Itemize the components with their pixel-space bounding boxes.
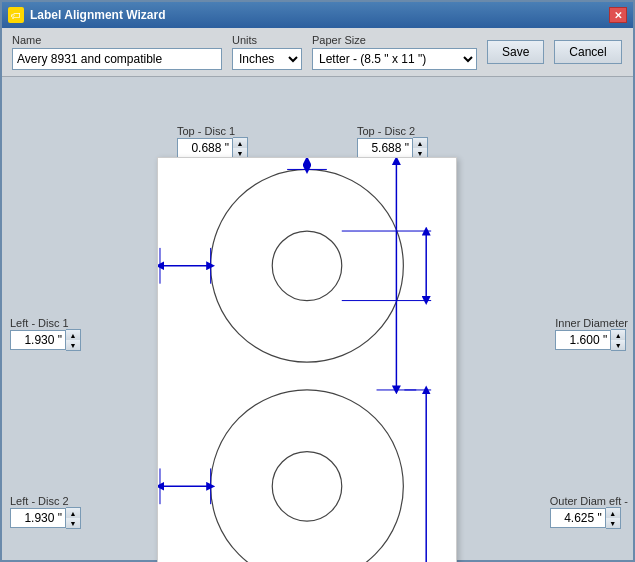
toolbar: Name Units Inches Centimeters Millimeter… xyxy=(2,28,633,77)
units-select-wrapper: Inches Centimeters Millimeters xyxy=(232,48,302,70)
outer-diameter-label: Outer Diam eft - xyxy=(550,495,628,507)
top-disc1-up[interactable]: ▲ xyxy=(233,138,247,148)
outer-diameter-field: Outer Diam eft - ▲ ▼ xyxy=(550,495,628,529)
top-disc1-label: Top - Disc 1 xyxy=(177,125,235,137)
units-field-group: Units Inches Centimeters Millimeters xyxy=(232,34,302,70)
units-label: Units xyxy=(232,34,302,46)
outer-diameter-down[interactable]: ▼ xyxy=(606,518,620,528)
top-disc2-label: Top - Disc 2 xyxy=(357,125,415,137)
top-disc2-field: Top - Disc 2 ▲ ▼ xyxy=(357,125,428,159)
paper-select-wrapper: Letter - (8.5 " x 11 ") A4 Legal xyxy=(312,48,477,70)
inner-diameter-spinners: ▲ ▼ xyxy=(611,329,626,351)
units-select[interactable]: Inches Centimeters Millimeters xyxy=(232,48,302,70)
left-disc1-input[interactable] xyxy=(10,330,66,350)
name-label: Name xyxy=(12,34,222,46)
left-disc1-spinners: ▲ ▼ xyxy=(66,329,81,351)
left-disc2-input-row: ▲ ▼ xyxy=(10,507,81,529)
left-disc2-spinners: ▲ ▼ xyxy=(66,507,81,529)
outer-diameter-input-row: ▲ ▼ xyxy=(550,507,621,529)
main-content: Top - Disc 1 ▲ ▼ Top - Disc 2 ▲ ▼ xyxy=(2,77,633,560)
paper-field-group: Paper Size Letter - (8.5 " x 11 ") A4 Le… xyxy=(312,34,477,70)
title-bar-left: 🏷 Label Alignment Wizard xyxy=(8,7,165,23)
inner-diameter-label: Inner Diameter xyxy=(555,317,628,329)
inner-diameter-field: Inner Diameter ▲ ▼ xyxy=(555,317,628,351)
diagram-svg xyxy=(158,158,456,562)
paper-label: Paper Size xyxy=(312,34,477,46)
page-area xyxy=(157,157,457,562)
title-bar: 🏷 Label Alignment Wizard ✕ xyxy=(2,2,633,28)
top-disc2-input-row: ▲ ▼ xyxy=(357,137,428,159)
svg-point-0 xyxy=(211,169,404,362)
name-field-group: Name xyxy=(12,34,222,70)
svg-point-2 xyxy=(211,390,404,562)
outer-diameter-spinners: ▲ ▼ xyxy=(606,507,621,529)
paper-select[interactable]: Letter - (8.5 " x 11 ") A4 Legal xyxy=(312,48,477,70)
left-disc1-down[interactable]: ▼ xyxy=(66,340,80,350)
left-disc2-field: Left - Disc 2 ▲ ▼ xyxy=(10,495,81,529)
left-disc2-up[interactable]: ▲ xyxy=(66,508,80,518)
inner-diameter-input[interactable] xyxy=(555,330,611,350)
left-disc1-up[interactable]: ▲ xyxy=(66,330,80,340)
window-icon: 🏷 xyxy=(8,7,24,23)
window-title: Label Alignment Wizard xyxy=(30,8,165,22)
window-close-button[interactable]: ✕ xyxy=(609,7,627,23)
top-disc1-field: Top - Disc 1 ▲ ▼ xyxy=(177,125,248,159)
left-disc2-input[interactable] xyxy=(10,508,66,528)
top-disc1-spinners: ▲ ▼ xyxy=(233,137,248,159)
top-disc2-spinners: ▲ ▼ xyxy=(413,137,428,159)
outer-diameter-up[interactable]: ▲ xyxy=(606,508,620,518)
left-disc1-field: Left - Disc 1 ▲ ▼ xyxy=(10,317,81,351)
left-disc2-label: Left - Disc 2 xyxy=(10,495,69,507)
left-disc1-input-row: ▲ ▼ xyxy=(10,329,81,351)
inner-diameter-input-row: ▲ ▼ xyxy=(555,329,626,351)
save-button[interactable]: Save xyxy=(487,40,544,64)
main-window: 🏷 Label Alignment Wizard ✕ Name Units In… xyxy=(0,0,635,562)
svg-point-1 xyxy=(272,231,342,301)
left-disc1-label: Left - Disc 1 xyxy=(10,317,69,329)
top-disc2-input[interactable] xyxy=(357,138,413,158)
inner-diameter-down[interactable]: ▼ xyxy=(611,340,625,350)
top-disc1-input-row: ▲ ▼ xyxy=(177,137,248,159)
cancel-button[interactable]: Cancel xyxy=(554,40,621,64)
name-input[interactable] xyxy=(12,48,222,70)
svg-point-3 xyxy=(272,452,342,522)
top-disc2-up[interactable]: ▲ xyxy=(413,138,427,148)
left-disc2-down[interactable]: ▼ xyxy=(66,518,80,528)
inner-diameter-up[interactable]: ▲ xyxy=(611,330,625,340)
top-disc1-input[interactable] xyxy=(177,138,233,158)
outer-diameter-input[interactable] xyxy=(550,508,606,528)
